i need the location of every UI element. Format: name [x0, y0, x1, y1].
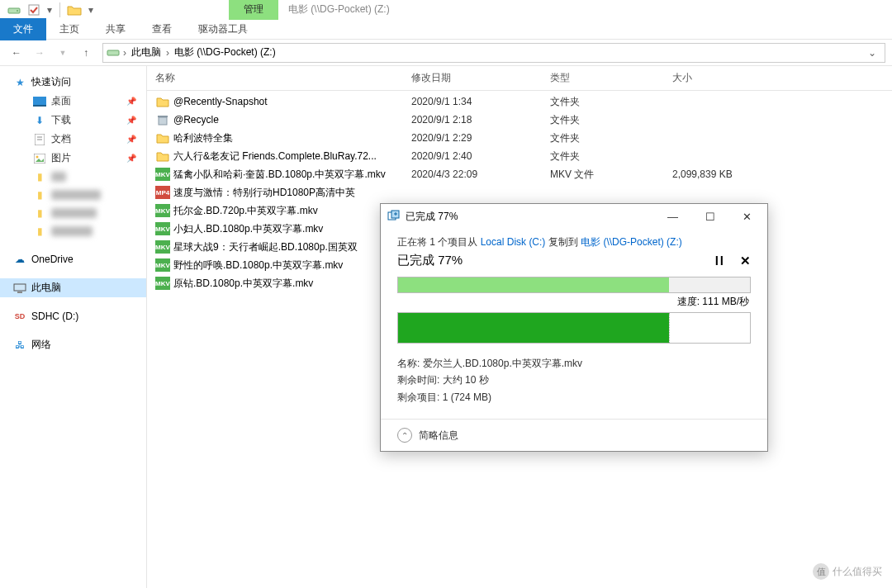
folder-icon	[65, 1, 83, 19]
sidebar-item-this-pc[interactable]: 此电脑	[0, 278, 146, 297]
nav-up-button[interactable]: ↑	[76, 43, 96, 63]
svg-rect-3	[107, 50, 119, 55]
file-name: 托尔金.BD.720p.中英双字幕.mkv	[173, 204, 411, 218]
chevron-up-icon: ⌃	[397, 428, 412, 443]
desktop-icon	[33, 95, 46, 108]
sidebar-item-label: 桌面	[51, 94, 71, 108]
network-icon: 🖧	[13, 339, 26, 352]
address-dropdown[interactable]: ⌄	[863, 47, 881, 59]
ribbon-tab-drive-tools[interactable]: 驱动器工具	[185, 18, 261, 40]
file-date: 2020/4/3 22:09	[411, 168, 550, 180]
qat-dropdown-icon[interactable]: ▾	[85, 1, 97, 19]
watermark-icon: 值	[813, 563, 829, 580]
source-link[interactable]: Local Disk (C:)	[481, 236, 546, 248]
pause-button[interactable]: ll	[715, 254, 725, 268]
document-icon	[33, 133, 46, 146]
sidebar-item-network[interactable]: 🖧 网络	[0, 335, 146, 354]
file-type: 文件夹	[550, 149, 672, 164]
sidebar-item-blurred[interactable]: ▮	[0, 204, 146, 222]
maximize-button[interactable]: ☐	[691, 205, 728, 228]
title-bar: ▾ ▾ 管理 电影 (\\DG-Pocket) (Z:)	[0, 0, 892, 19]
dropdown-icon[interactable]: ▾	[45, 1, 55, 19]
sd-card-icon: SD	[13, 310, 26, 323]
column-size[interactable]: 大小	[672, 71, 788, 85]
column-type[interactable]: 类型	[550, 71, 672, 85]
cloud-icon: ☁	[13, 253, 26, 266]
column-headers: 名称 修改日期 类型 大小	[147, 66, 892, 91]
svg-point-1	[17, 10, 18, 12]
column-name[interactable]: 名称	[155, 71, 411, 85]
breadcrumb-path[interactable]: 电影 (\\DG-Pocket) (Z:)	[173, 45, 278, 59]
file-name: 六人行&老友记 Friends.Complete.BluRay.72...	[173, 149, 411, 164]
file-name: 星球大战9：天行者崛起.BD.1080p.国英双	[173, 240, 411, 254]
breadcrumb-root[interactable]: 此电脑	[130, 45, 163, 59]
sidebar-item-label: 图片	[51, 151, 71, 165]
file-name: 原钻.BD.1080p.中英双字幕.mkv	[173, 277, 411, 291]
sidebar-quick-access[interactable]: ★ 快速访问	[0, 73, 146, 92]
copy-details: 名称: 爱尔兰人.BD.1080p.中英双字幕.mkv 剩余时间: 大约 10 …	[397, 355, 751, 405]
sidebar-item-downloads[interactable]: ⬇ 下载 📌	[0, 111, 146, 130]
file-row[interactable]: MP4速度与激情：特别行动HD1080P高清中英	[147, 183, 892, 202]
checkbox-icon[interactable]	[25, 1, 43, 19]
pin-icon: 📌	[126, 135, 136, 144]
dialog-title-bar[interactable]: 已完成 77% — ☐ ✕	[381, 204, 767, 229]
dialog-title: 已完成 77%	[406, 210, 654, 224]
folder-icon	[155, 95, 170, 108]
dest-link[interactable]: 电影 (\\DG-Pocket) (Z:)	[581, 236, 682, 248]
file-row[interactable]: @Recently-Snapshot2020/9/1 1:34文件夹	[147, 92, 892, 111]
ribbon-tab-share[interactable]: 共享	[93, 18, 139, 40]
folder-icon: ▮	[33, 188, 46, 202]
sidebar-item-blurred[interactable]: ▮	[0, 168, 146, 186]
pin-icon: 📌	[126, 116, 136, 125]
file-name: @Recycle	[173, 114, 411, 126]
ribbon-file-tab[interactable]: 文件	[0, 18, 46, 40]
chevron-right-icon[interactable]: ›	[120, 47, 130, 59]
sidebar-item-onedrive[interactable]: ☁ OneDrive	[0, 250, 146, 268]
minimize-button[interactable]: —	[654, 205, 691, 228]
file-type: MKV 文件	[550, 168, 672, 182]
svg-rect-5	[33, 105, 46, 107]
svg-rect-11	[14, 284, 26, 291]
picture-icon	[33, 152, 46, 165]
folder-icon: ▮	[33, 206, 46, 220]
file-row[interactable]: 六人行&老友记 Friends.Complete.BluRay.72...202…	[147, 147, 892, 165]
sidebar-item-blurred[interactable]: ▮	[0, 186, 146, 204]
chevron-right-icon[interactable]: ›	[163, 47, 173, 59]
sidebar-item-desktop[interactable]: 桌面 📌	[0, 92, 146, 111]
sidebar-item-pictures[interactable]: 图片 📌	[0, 149, 146, 168]
folder-icon	[155, 149, 170, 163]
ribbon-tab-home[interactable]: 主页	[46, 18, 93, 40]
svg-rect-9	[34, 154, 45, 164]
fewer-details-toggle[interactable]: ⌃ 简略信息	[381, 419, 767, 451]
file-type: 文件夹	[550, 131, 672, 145]
svg-rect-2	[29, 5, 39, 15]
file-row[interactable]: @Recycle2020/9/1 2:18文件夹	[147, 111, 892, 129]
sidebar-item-blurred[interactable]: ▮	[0, 222, 146, 240]
progress-bar	[397, 277, 751, 293]
sidebar-item-documents[interactable]: 文档 📌	[0, 130, 146, 149]
copy-progress-dialog: 已完成 77% — ☐ ✕ 正在将 1 个项目从 Local Disk (C:)…	[380, 203, 768, 452]
speed-chart	[397, 312, 751, 344]
nav-back-button[interactable]: ←	[7, 43, 26, 63]
cancel-button[interactable]: ✕	[740, 254, 751, 268]
close-button[interactable]: ✕	[728, 205, 766, 228]
sidebar-item-label: OneDrive	[31, 254, 74, 265]
sidebar-item-label: 快速访问	[31, 75, 71, 89]
file-size: 2,099,839 KB	[672, 168, 788, 180]
svg-rect-14	[158, 116, 168, 117]
address-box[interactable]: › 此电脑 › 电影 (\\DG-Pocket) (Z:) ⌄	[102, 43, 885, 63]
manage-context-tab[interactable]: 管理	[229, 0, 278, 20]
file-row[interactable]: 哈利波特全集2020/9/1 2:29文件夹	[147, 129, 892, 147]
ribbon-tab-view[interactable]: 查看	[139, 18, 185, 40]
file-row[interactable]: MKV猛禽小队和哈莉·奎茵.BD.1080p.中英双字幕.mkv2020/4/3…	[147, 165, 892, 183]
sidebar-item-label: 下载	[51, 113, 71, 127]
sidebar-item-sdhc[interactable]: SD SDHC (D:)	[0, 307, 146, 325]
file-date: 2020/9/1 1:34	[411, 96, 550, 107]
nav-forward-button[interactable]: →	[30, 43, 50, 63]
pin-icon: 📌	[126, 154, 136, 163]
file-date: 2020/9/1 2:18	[411, 114, 550, 126]
download-icon: ⬇	[33, 114, 46, 127]
nav-recent-dropdown[interactable]: ▼	[53, 43, 73, 63]
address-bar: ← → ▼ ↑ › 此电脑 › 电影 (\\DG-Pocket) (Z:) ⌄	[0, 40, 892, 66]
column-date[interactable]: 修改日期	[411, 71, 550, 85]
